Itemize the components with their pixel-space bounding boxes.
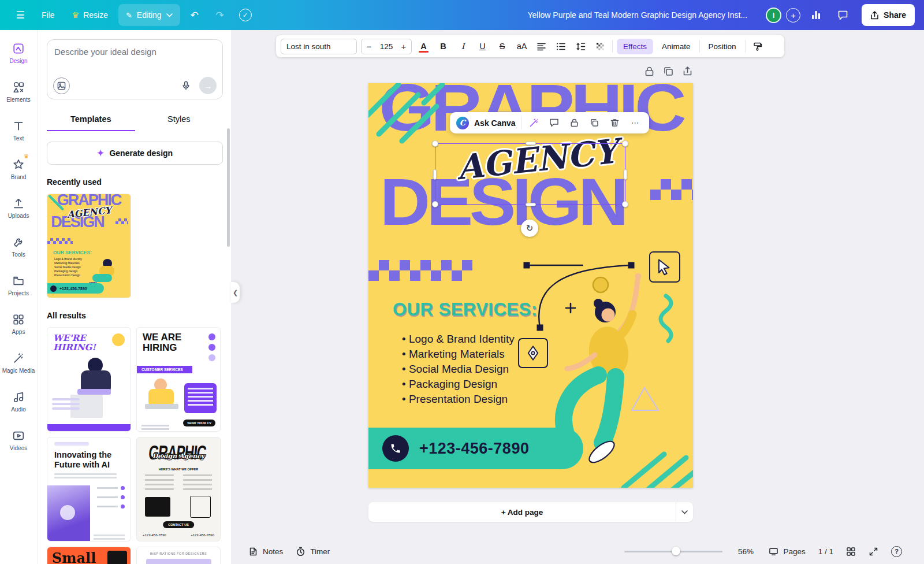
phone-banner[interactable]: +123-456-7890 bbox=[368, 428, 583, 469]
pages-toggle-button[interactable]: Pages bbox=[769, 547, 805, 556]
zoom-slider-thumb[interactable] bbox=[672, 547, 680, 555]
copy-style-button[interactable] bbox=[750, 38, 765, 55]
position-button[interactable]: Position bbox=[704, 42, 741, 51]
card-title: Small bbox=[52, 550, 96, 564]
services-list[interactable]: Logo & Brand Identity Marketing Material… bbox=[402, 332, 515, 407]
template-card-small[interactable]: Small bbox=[47, 547, 131, 564]
sidebar-item-elements[interactable]: Elements bbox=[0, 72, 37, 111]
selection-box[interactable] bbox=[435, 143, 625, 205]
collapse-page-button[interactable] bbox=[676, 502, 693, 522]
rotate-handle[interactable]: ↻ bbox=[521, 220, 538, 237]
voice-input-button[interactable] bbox=[177, 77, 195, 94]
resize-handle-ne[interactable] bbox=[622, 140, 628, 147]
editing-mode-dropdown[interactable]: ✎ Editing bbox=[118, 4, 180, 26]
ask-canva-button[interactable]: Ask Canva bbox=[474, 118, 516, 128]
resize-button[interactable]: ♛ Resize bbox=[65, 4, 115, 26]
timer-button[interactable]: Timer bbox=[296, 547, 330, 556]
template-card-we-are-hiring[interactable]: WE ARE HIRING CUSTOMER SERVICES SEND YOU… bbox=[136, 327, 221, 432]
sidebar-item-apps[interactable]: Apps bbox=[0, 305, 37, 343]
tab-styles[interactable]: Styles bbox=[135, 109, 223, 131]
sidebar-item-tools[interactable]: Tools bbox=[0, 227, 37, 266]
sidebar-item-magic-media[interactable]: Magic Media bbox=[0, 343, 37, 382]
sidebar-item-design[interactable]: Design bbox=[0, 34, 37, 72]
sidebar-item-brand[interactable]: ♛ Brand bbox=[0, 150, 37, 188]
list-button[interactable] bbox=[553, 38, 569, 55]
notes-button[interactable]: Notes bbox=[248, 547, 283, 556]
more-options-button[interactable]: ⋯ bbox=[628, 116, 643, 131]
lock-element-button[interactable] bbox=[567, 116, 582, 131]
text-color-button[interactable]: A bbox=[416, 38, 431, 55]
help-button[interactable]: ? bbox=[891, 546, 902, 557]
cursor-frame[interactable] bbox=[649, 251, 680, 283]
template-card-recent[interactable]: GRAPHIC DESIGN AGENCY OUR SERVICES: Logo… bbox=[47, 194, 131, 298]
resize-handle-s[interactable] bbox=[526, 203, 536, 206]
resize-handle-nw[interactable] bbox=[432, 140, 438, 147]
zoom-slider[interactable] bbox=[624, 551, 722, 552]
zoom-level[interactable]: 56% bbox=[735, 547, 756, 556]
submit-prompt-button[interactable]: → bbox=[199, 77, 217, 94]
crown-icon: ♛ bbox=[24, 153, 29, 159]
add-member-button[interactable]: + bbox=[786, 8, 800, 23]
bold-button[interactable]: B bbox=[435, 38, 451, 55]
duplicate-page-icon[interactable] bbox=[663, 66, 674, 77]
fullscreen-button[interactable] bbox=[869, 547, 878, 556]
sidebar-item-uploads[interactable]: Uploads bbox=[0, 188, 37, 227]
export-page-icon[interactable] bbox=[682, 66, 693, 77]
text-case-button[interactable]: aA bbox=[514, 38, 530, 55]
decrease-font-button[interactable]: − bbox=[362, 42, 377, 51]
sidebar-item-text[interactable]: Text bbox=[0, 111, 37, 150]
delete-element-button[interactable] bbox=[608, 116, 623, 131]
grid-view-button[interactable] bbox=[846, 547, 856, 556]
template-card-were-hiring[interactable]: WE'RE HIRING! bbox=[47, 327, 131, 432]
resize-handle-n[interactable] bbox=[526, 142, 536, 145]
resize-handle-w[interactable] bbox=[433, 169, 437, 180]
rail-label: Elements bbox=[6, 97, 31, 103]
animate-button[interactable]: Animate bbox=[657, 42, 695, 51]
audio-icon bbox=[12, 391, 25, 403]
panel-scrollbar[interactable] bbox=[227, 128, 230, 247]
canvas-page[interactable]: GRAPHIC DESIGN bbox=[368, 83, 693, 488]
template-card-graphic-agency[interactable]: GRAPHIC Design Agency HERE'S WHAT WE OFF… bbox=[136, 437, 221, 541]
strikethrough-button[interactable]: S bbox=[494, 38, 510, 55]
resize-handle-sw[interactable] bbox=[432, 201, 438, 207]
spacing-button[interactable] bbox=[573, 38, 588, 55]
document-title[interactable]: Yellow Purple and Teal Modern Graphic De… bbox=[528, 10, 748, 20]
effects-button[interactable]: Effects bbox=[617, 39, 653, 54]
template-card-ai-seminar[interactable]: Innovating the Future with AI bbox=[47, 437, 131, 541]
lock-icon[interactable] bbox=[644, 66, 655, 77]
generate-design-button[interactable]: ✦ Generate design bbox=[47, 142, 223, 165]
design-prompt-input[interactable] bbox=[54, 47, 215, 73]
sidebar-item-audio[interactable]: Audio bbox=[0, 382, 37, 421]
font-size-value[interactable]: 125 bbox=[377, 42, 396, 51]
services-heading[interactable]: OUR SERVICES: bbox=[393, 299, 538, 320]
resize-handle-se[interactable] bbox=[622, 201, 628, 207]
magic-edit-button[interactable] bbox=[527, 116, 542, 131]
comments-button[interactable] bbox=[832, 4, 854, 26]
tab-templates[interactable]: Templates bbox=[47, 109, 135, 131]
template-card-inspirations[interactable]: INSPIRATIONS FOR DESIGNERS bbox=[136, 547, 221, 564]
add-page-button[interactable]: + Add page bbox=[368, 502, 676, 522]
sidebar-item-projects[interactable]: Projects bbox=[0, 266, 37, 305]
add-image-button[interactable] bbox=[53, 77, 70, 94]
sidebar-item-videos[interactable]: Videos bbox=[0, 421, 37, 459]
increase-font-button[interactable]: + bbox=[396, 42, 411, 51]
avatar[interactable]: I bbox=[766, 8, 781, 23]
undo-button[interactable]: ↶ bbox=[184, 4, 206, 26]
alignment-button[interactable] bbox=[534, 38, 549, 55]
italic-button[interactable]: I bbox=[455, 38, 471, 55]
resize-handle-e[interactable] bbox=[624, 169, 627, 180]
transparency-button[interactable] bbox=[593, 38, 608, 55]
font-family-selector[interactable]: Lost in south bbox=[281, 39, 357, 54]
collapse-panel-button[interactable]: ❮ bbox=[231, 282, 240, 303]
pen-tool-frame[interactable] bbox=[518, 338, 548, 368]
insights-button[interactable] bbox=[805, 4, 827, 26]
share-button[interactable]: Share bbox=[862, 4, 915, 26]
duplicate-element-button[interactable] bbox=[587, 116, 602, 131]
comment-element-button[interactable] bbox=[547, 116, 562, 131]
laptop bbox=[145, 404, 178, 409]
elements-icon bbox=[12, 81, 25, 94]
main-menu-button[interactable]: ☰ bbox=[9, 4, 31, 26]
underline-button[interactable]: U bbox=[475, 38, 490, 55]
redo-button[interactable]: ↷ bbox=[209, 4, 231, 26]
file-menu-button[interactable]: File bbox=[35, 4, 62, 26]
